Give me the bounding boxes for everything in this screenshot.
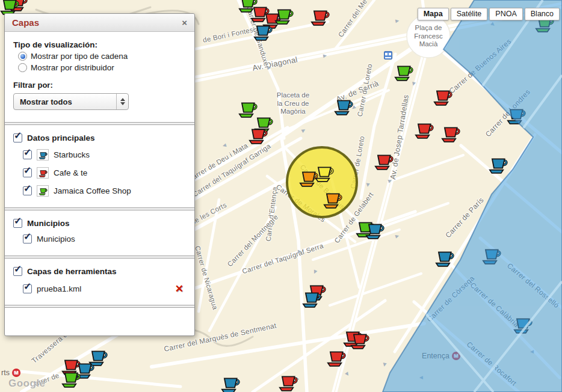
radio-option-chain[interactable]: Mostrar por tipo de cadena (18, 52, 186, 61)
map-type-bar: Mapa Satélite PNOA Blanco (418, 8, 560, 20)
layer-item-prueba1-kml: prueba1.kml ✕ (23, 283, 186, 295)
herramientas-section-checkbox[interactable] (13, 267, 22, 276)
municipios-title: Municipios (27, 219, 70, 228)
municipios-header: Municipios (13, 219, 186, 228)
filter-select[interactable]: Mostrar todos (13, 93, 129, 110)
panel-empty-area (5, 308, 194, 335)
municipios-section-checkbox[interactable] (13, 219, 22, 228)
highlight-circle[interactable] (287, 147, 357, 217)
municipio-polygon[interactable] (383, 0, 562, 392)
jamaica-cup-icon (37, 185, 49, 197)
starbucks-cup-icon (37, 149, 49, 161)
municipios-section: Municipios Municipios (5, 210, 194, 256)
herramientas-section: Capas de herramientas prueba1.kml ✕ (5, 259, 194, 305)
layer-item-cafe-y-te: Cafe & te (23, 167, 186, 179)
map-type-button-satelite[interactable]: Satélite (451, 8, 488, 20)
municipios-checkbox[interactable] (23, 234, 32, 243)
delete-kml-icon[interactable]: ✕ (175, 283, 184, 295)
prueba1-kml-label: prueba1.kml (37, 284, 81, 293)
radio-selected-icon[interactable] (18, 52, 27, 61)
layers-panel: Capas × Tipo de visualización: Mostrar p… (4, 13, 195, 336)
radio-option-distributor[interactable]: Mostrar por distribuidor (18, 63, 186, 72)
visualization-type-label: Tipo de visualización: (13, 40, 186, 49)
herramientas-header: Capas de herramientas (13, 267, 186, 276)
municipios-label: Municipios (37, 234, 75, 243)
datos-principales-title: Datos principales (27, 133, 95, 142)
panel-header[interactable]: Capas × (5, 14, 194, 32)
map-type-button-mapa[interactable]: Mapa (418, 8, 449, 20)
datos-principales-section: Datos principales Starbucks Cafe & te Ja… (5, 125, 194, 207)
cafe-y-te-cup-icon (37, 167, 49, 179)
radio-option-chain-label: Mostrar por tipo de cadena (31, 52, 128, 61)
cafe-y-te-label: Cafe & te (54, 168, 87, 177)
prueba1-kml-checkbox[interactable] (23, 284, 32, 293)
filter-label: Filtrar por: (13, 81, 186, 90)
filter-select-value: Mostrar todos (14, 97, 116, 106)
layer-item-municipios: Municipios (23, 234, 186, 243)
panel-title: Capas (12, 17, 39, 28)
starbucks-checkbox[interactable] (23, 150, 32, 159)
map-application: Av. Diagonalde Bori i FontestàCarrer de … (0, 0, 562, 392)
datos-principales-header: Datos principales (13, 133, 186, 142)
map-type-button-blanco[interactable]: Blanco (525, 8, 560, 20)
visualization-section: Tipo de visualización: Mostrar por tipo … (5, 32, 194, 110)
radio-unselected-icon[interactable] (18, 63, 27, 72)
map-type-button-pnoa[interactable]: PNOA (489, 8, 522, 20)
panel-body: Tipo de visualización: Mostrar por tipo … (5, 32, 194, 335)
radio-option-distributor-label: Mostrar por distribuidor (31, 63, 114, 72)
jamaica-label: Jamaica Coffee Shop (54, 186, 131, 195)
datos-principales-checkbox[interactable] (13, 133, 22, 142)
jamaica-checkbox[interactable] (23, 186, 32, 195)
close-icon[interactable]: × (182, 17, 187, 28)
cafe-y-te-checkbox[interactable] (23, 168, 32, 177)
select-stepper-icon[interactable] (116, 94, 128, 109)
layer-item-jamaica: Jamaica Coffee Shop (23, 185, 186, 197)
herramientas-title: Capas de herramientas (27, 267, 117, 276)
starbucks-label: Starbucks (54, 150, 90, 159)
layer-item-starbucks: Starbucks (23, 149, 186, 161)
